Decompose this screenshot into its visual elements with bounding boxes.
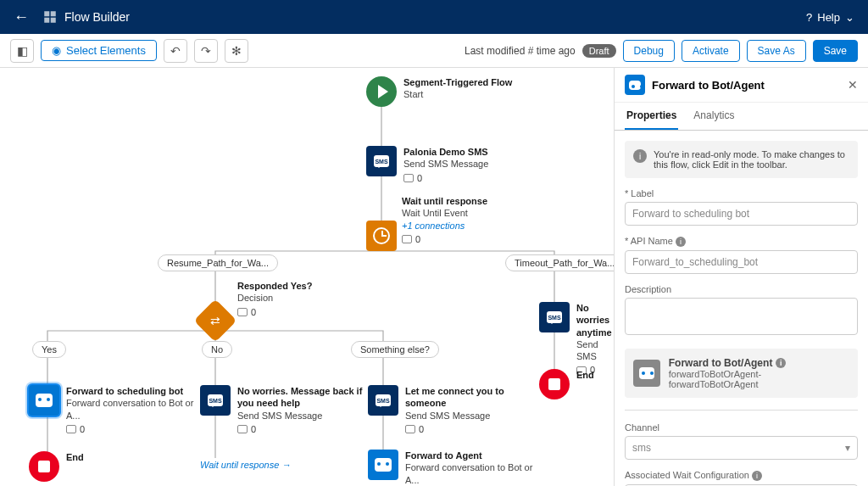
label-input[interactable] — [625, 202, 858, 226]
info-icon: i — [752, 471, 762, 481]
bot-type-icon — [633, 360, 660, 387]
forward-agent-node[interactable]: Forward to Agent Forward conversation to… — [368, 450, 541, 486]
close-panel-button[interactable]: ✕ — [848, 78, 858, 92]
info-icon: i — [776, 358, 786, 368]
properties-panel: Forward to Bot/Agent ✕ Properties Analyt… — [614, 68, 868, 486]
sms-noworries-node[interactable]: SMS No worries anytime Send SMS 0 — [539, 302, 614, 377]
branch-else[interactable]: Something else? — [351, 341, 439, 358]
end-node-left[interactable]: End — [29, 451, 84, 482]
tab-analytics[interactable]: Analytics — [692, 103, 736, 130]
chart-icon — [66, 425, 76, 433]
flow-canvas[interactable]: Segment-Triggered Flow Start SMS Palonia… — [0, 68, 614, 486]
decision-node[interactable]: ⇄ — [200, 305, 231, 336]
forward-bot-node[interactable]: Forward to scheduling bot Forward conver… — [29, 385, 202, 435]
chart-icon — [237, 425, 248, 433]
redo-button[interactable]: ↷ — [194, 39, 218, 63]
sms-icon: SMS — [374, 155, 389, 167]
draft-badge: Draft — [582, 44, 616, 58]
chevron-down-icon: ⌄ — [845, 11, 854, 24]
save-as-button[interactable]: Save As — [747, 40, 806, 62]
branch-resume[interactable]: Resume_Path_for_Wa... — [158, 254, 278, 271]
activate-button[interactable]: Activate — [682, 40, 740, 62]
layout-toggle-button[interactable]: ◧ — [10, 39, 34, 63]
branch-yes[interactable]: Yes — [32, 341, 66, 358]
stop-icon — [548, 378, 560, 390]
channel-select[interactable]: sms▾ — [625, 436, 858, 460]
info-icon: i — [676, 237, 686, 247]
description-field-label: Description — [625, 284, 858, 294]
flow-logo-icon — [42, 9, 58, 25]
sms-else-node[interactable]: SMS Let me connect you to someone Send S… — [368, 385, 541, 435]
readonly-notice: i You're in read-only mode. To make chan… — [625, 141, 858, 178]
sms-icon: SMS — [376, 394, 391, 406]
save-button[interactable]: Save — [813, 40, 858, 62]
toolbar: ◧ ◉ Select Elements ↶ ↷ ✻ Last modified … — [0, 34, 868, 68]
sms-no-node[interactable]: SMS No worries. Message back if you need… — [200, 385, 373, 435]
wait-node-text: Wait until response Wait Until Event +1 … — [402, 195, 487, 245]
app-header: ← Flow Builder ? Help ⌄ — [0, 0, 868, 34]
wait-config-label: Associated Wait Configuration i — [625, 470, 858, 481]
chevron-down-icon: ▾ — [845, 442, 850, 454]
wait-response-link[interactable]: Wait until response → — [200, 460, 291, 470]
select-elements-button[interactable]: ◉ Select Elements — [41, 40, 157, 61]
bot-panel-icon — [625, 75, 645, 95]
branch-timeout[interactable]: Timeout_Path_for_Wa... — [505, 254, 614, 271]
label-field-label: * Label — [625, 188, 858, 198]
debug-button[interactable]: Debug — [623, 40, 675, 62]
decision-icon: ⇄ — [210, 315, 220, 327]
channel-field-label: Channel — [625, 422, 858, 433]
sms-palonia-node[interactable]: SMS Palonia Demo SMS Send SMS Message 0 — [366, 146, 488, 184]
chart-icon — [403, 174, 414, 182]
api-name-input[interactable] — [625, 250, 858, 274]
sms-icon: SMS — [547, 311, 562, 323]
last-modified-text: Last modified # time ago — [465, 45, 576, 57]
action-type-box: Forward to Bot/Agent i forwardToBotOrAge… — [625, 349, 858, 398]
stop-icon — [38, 461, 50, 472]
settings-gear-button[interactable]: ✻ — [225, 39, 248, 63]
bot-icon — [36, 394, 53, 407]
back-arrow-icon[interactable]: ← — [14, 8, 29, 26]
app-title: Flow Builder — [42, 9, 130, 25]
play-icon — [378, 85, 388, 98]
clock-icon — [373, 227, 390, 244]
bot-icon — [375, 458, 392, 472]
connections-link[interactable]: +1 connections — [402, 220, 487, 232]
chart-icon — [237, 308, 248, 316]
chart-icon — [405, 425, 415, 433]
help-menu[interactable]: ? Help ⌄ — [806, 11, 854, 24]
sms-icon: SMS — [208, 394, 223, 406]
branch-no[interactable]: No — [202, 341, 232, 358]
tab-properties[interactable]: Properties — [625, 103, 678, 130]
api-field-label: * API Name i — [625, 236, 858, 247]
decision-node-text: Responded Yes? Decision 0 — [237, 280, 312, 318]
chart-icon — [402, 235, 412, 243]
end-node-right[interactable]: End — [539, 369, 594, 399]
wait-node[interactable] — [366, 221, 397, 251]
undo-button[interactable]: ↶ — [164, 39, 187, 63]
info-icon: i — [633, 149, 647, 163]
panel-title: Forward to Bot/Agent — [652, 79, 841, 92]
start-node[interactable]: Segment-Triggered Flow Start — [366, 76, 512, 107]
description-input[interactable] — [625, 298, 858, 335]
